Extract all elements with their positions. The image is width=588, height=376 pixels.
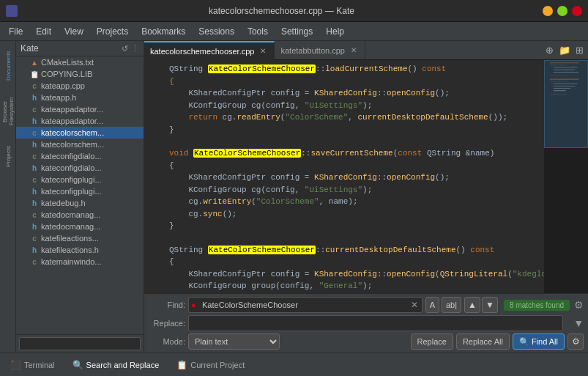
minimize-button[interactable]: — xyxy=(543,6,553,16)
file-tree-item[interactable]: hkatedocmanag... xyxy=(16,221,144,232)
file-tree-item[interactable]: hkateapp.h xyxy=(16,92,144,103)
replace-chevron-button[interactable]: ▼ xyxy=(573,317,584,329)
find-input[interactable] xyxy=(188,297,423,313)
line-number xyxy=(144,147,166,160)
code-line xyxy=(144,136,544,147)
line-number xyxy=(144,124,166,136)
file-tree-item[interactable]: hkateconfigplugi... xyxy=(16,185,144,197)
file-tree-item[interactable]: ckateconfigplugi... xyxy=(16,174,144,185)
code-line: QString KateColorSchemeChooser::loadCurr… xyxy=(144,63,544,75)
svg-rect-12 xyxy=(550,94,567,95)
bottom-tab-current-project[interactable]: 📋 Current Project xyxy=(171,358,250,372)
line-content: KConfigGroup group(config, "General"); xyxy=(166,280,544,292)
file-name: katemainwindo... xyxy=(41,257,102,266)
file-tree-header: Kate ↺ ⋮ xyxy=(16,41,144,56)
file-icon: h xyxy=(30,222,39,231)
file-tree-item[interactable]: hkateappadaptor... xyxy=(16,115,144,127)
file-tree-item[interactable]: hkateconfigdialo... xyxy=(16,162,144,174)
tab-katecolorschemechooser[interactable]: katecolorschemechooser.cpp ✕ xyxy=(144,41,275,60)
file-icon: h xyxy=(30,163,39,172)
file-tree-item[interactable]: ckateconfigdialo... xyxy=(16,150,144,162)
mode-label: Mode: xyxy=(149,337,185,346)
bottom-bar: ⬛ Terminal 🔍 Search and Replace 📋 Curren… xyxy=(0,353,588,376)
file-tree-item[interactable]: ckatedocmanag... xyxy=(16,209,144,221)
project-icon: 📋 xyxy=(176,360,187,370)
find-next-button[interactable]: ▼ xyxy=(482,297,498,313)
menu-projects[interactable]: Projects xyxy=(91,24,134,39)
file-tree-title: Kate xyxy=(21,43,39,54)
file-tree-item[interactable]: hkatedebug.h xyxy=(16,197,144,209)
menu-file[interactable]: File xyxy=(3,24,29,39)
file-tree-item[interactable]: ckatecolorschem... xyxy=(16,127,144,139)
replace-all-button[interactable]: Replace All xyxy=(456,333,510,350)
filetree-menu-button[interactable]: ⋮ xyxy=(131,44,139,54)
replace-row: Replace: ▼ xyxy=(149,315,584,331)
file-tree-item[interactable]: ckateappadaptor... xyxy=(16,103,144,115)
file-name: kateconfigplugi... xyxy=(41,175,102,184)
bottom-tab-terminal[interactable]: ⬛ Terminal xyxy=(4,358,61,372)
menubar: File Edit View Projects Bookmarks Sessio… xyxy=(0,22,588,41)
file-icon: h xyxy=(30,117,39,125)
tab-folder-button[interactable]: 📁 xyxy=(557,43,572,57)
find-prev-button[interactable]: ▲ xyxy=(464,297,480,313)
line-content: return cg.readEntry("ColorScheme", curre… xyxy=(166,111,544,124)
panel-projects-button[interactable]: Projects xyxy=(1,135,15,179)
svg-rect-9 xyxy=(554,86,576,86)
file-tree-item[interactable]: hkatecolorschem... xyxy=(16,139,144,150)
file-name: katefileactions... xyxy=(41,234,99,243)
file-tree-item[interactable]: 📋COPYING.LIB xyxy=(16,68,144,80)
file-name: kateconfigdialo... xyxy=(41,163,102,172)
menu-bookmarks[interactable]: Bookmarks xyxy=(135,24,191,39)
file-tree-item[interactable]: ckatefileactions... xyxy=(16,232,144,244)
replace-input[interactable] xyxy=(188,315,563,331)
menu-view[interactable]: View xyxy=(59,24,89,39)
matches-badge: 8 matches found xyxy=(504,300,570,311)
find-settings-button[interactable]: ⚙ xyxy=(574,299,584,311)
file-icon: h xyxy=(30,93,39,102)
code-line: } xyxy=(144,124,544,136)
menu-tools[interactable]: Tools xyxy=(242,24,274,39)
mode-select[interactable]: Plain text Whole words Escape sequences … xyxy=(188,333,280,350)
panel-filesystem-button[interactable]: Filesystem Browser xyxy=(1,89,15,133)
find-extra-button[interactable]: ⚙ xyxy=(567,333,584,350)
file-icon: c xyxy=(30,234,39,243)
close-button[interactable]: ✕ xyxy=(572,6,582,16)
line-content xyxy=(166,136,544,147)
tab-actions: ⊕ 📁 ⊞ xyxy=(541,43,588,57)
find-all-button[interactable]: 🔍 Find All xyxy=(513,333,565,350)
menu-sessions[interactable]: Sessions xyxy=(193,24,240,39)
line-content: KConfigGroup cg(config, "UiSettings"); xyxy=(166,100,544,112)
file-name: CMakeLists.txt xyxy=(41,58,94,67)
menu-edit[interactable]: Edit xyxy=(30,24,57,39)
whole-word-button[interactable]: ab| xyxy=(442,297,461,313)
line-content: { xyxy=(166,160,544,172)
line-number xyxy=(144,184,166,196)
file-tree-item[interactable]: ▲CMakeLists.txt xyxy=(16,56,144,68)
bottom-tab-search-replace[interactable]: 🔍 Search and Replace xyxy=(67,358,165,372)
tab-close-0[interactable]: ✕ xyxy=(258,46,268,56)
tab-close-1[interactable]: ✕ xyxy=(349,45,359,56)
line-number xyxy=(144,111,166,124)
file-tree-item[interactable]: ckatemainwindo... xyxy=(16,256,144,268)
code-editor[interactable]: QString KateColorSchemeChooser::loadCurr… xyxy=(144,60,544,293)
find-clear-button[interactable]: ✕ xyxy=(409,298,420,312)
maximize-button[interactable]: □ xyxy=(557,6,567,16)
code-line: KConfigGroup cg(config, "UiSettings"); xyxy=(144,100,544,112)
file-tree-item[interactable]: hkatefileactions.h xyxy=(16,244,144,256)
svg-rect-1 xyxy=(550,64,567,65)
tab-split-button[interactable]: ⊞ xyxy=(574,43,585,57)
menu-help[interactable]: Help xyxy=(320,24,350,39)
filetree-refresh-button[interactable]: ↺ xyxy=(122,44,128,54)
replace-one-button[interactable]: Replace xyxy=(411,333,453,350)
file-tree-item[interactable]: ckateapp.cpp xyxy=(16,80,144,92)
case-sensitive-button[interactable]: A xyxy=(425,297,439,313)
line-number xyxy=(144,208,166,221)
tab-katetabbutton[interactable]: katetabbutton.cpp ✕ xyxy=(275,41,365,60)
file-tree-search-input[interactable] xyxy=(19,337,141,350)
svg-rect-5 xyxy=(550,75,567,76)
panel-documents-button[interactable]: Documents xyxy=(1,44,15,88)
svg-rect-7 xyxy=(550,81,567,82)
code-line: KSharedConfigPtr config = KSharedConfig:… xyxy=(144,87,544,100)
tab-new-button[interactable]: ⊕ xyxy=(544,43,555,57)
menu-settings[interactable]: Settings xyxy=(275,24,319,39)
